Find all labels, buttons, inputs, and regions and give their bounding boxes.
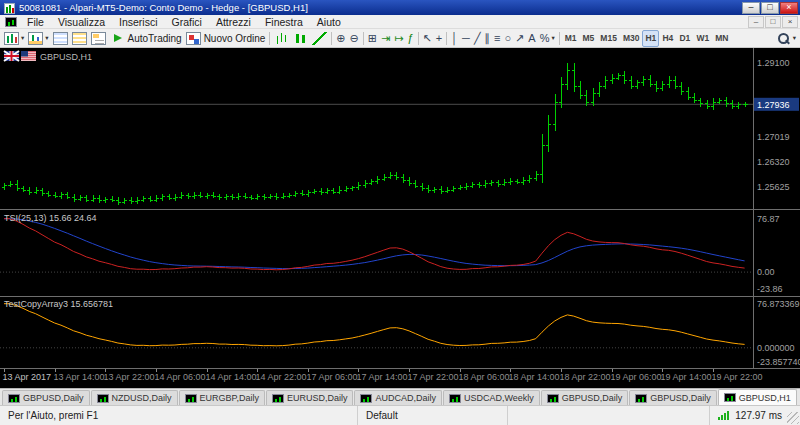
timeframe-h1-button[interactable]: H1: [642, 30, 659, 47]
candle-chart-icon: [293, 32, 308, 45]
chart-minimize-button[interactable]: –: [748, 16, 764, 28]
text-button[interactable]: A: [526, 30, 537, 47]
chart-restore-button[interactable]: □: [765, 16, 781, 28]
dropdown-caret-icon: ▾: [551, 34, 554, 42]
chart-tab-gbpusd-h1[interactable]: GBPUSD,H1: [718, 389, 797, 405]
autotrading-button[interactable]: AutoTrading: [108, 30, 184, 47]
tca-label: TestCopyArray3 15.656781: [4, 299, 113, 309]
fibonacci-button[interactable]: ≡: [492, 30, 502, 47]
menu-finestra[interactable]: Finestra: [258, 15, 310, 28]
chart-tab-icon: [272, 394, 284, 403]
chart-tab-icon: [8, 394, 20, 403]
child-window-controls: –□×: [747, 16, 798, 28]
horizontal-line-button[interactable]: ─: [460, 30, 472, 47]
timeframe-m30-button[interactable]: M30: [620, 30, 643, 47]
chart-shift-button[interactable]: ↦: [392, 30, 405, 47]
zoom-in-button[interactable]: ⊕: [334, 30, 347, 47]
chart-tab-gbpusd-daily[interactable]: GBPUSD,Daily: [2, 390, 90, 405]
chart-tab-gbpusd-daily[interactable]: GBPUSD,Daily: [629, 390, 717, 405]
chart-tab-label: GBPUSD,Daily: [562, 393, 623, 403]
tca-axis-label: -23.857740: [757, 357, 800, 367]
new-order-button[interactable]: Nuovo Ordine: [184, 30, 268, 47]
tile-windows-button[interactable]: ⊞: [366, 30, 379, 47]
crosshair-button[interactable]: +: [434, 30, 444, 47]
bar-chart-button[interactable]: [272, 30, 291, 47]
price-axis-label: 1.29100: [757, 58, 790, 68]
channel-button[interactable]: ∥: [483, 30, 493, 47]
maximize-button[interactable]: □: [761, 2, 779, 14]
menu-aiuto[interactable]: Aiuto: [310, 15, 348, 28]
new-order-button-label: Nuovo Ordine: [204, 33, 266, 44]
chart-svg[interactable]: GBPUSD,H1TSI(25,13) 15.66 24.64TestCopyA…: [0, 48, 800, 388]
timeframe-m1-button[interactable]: M1: [562, 30, 580, 47]
toolbar: ▾▾AutoTradingNuovo Ordine⊕⊖⊞⇥↦ƒ↖+│─╱∥≡○↗…: [0, 29, 800, 48]
timeframe-w1-button[interactable]: W1: [693, 30, 712, 47]
chart-tab-nzdusd-daily[interactable]: NZDUSD,Daily: [91, 390, 178, 405]
close-button[interactable]: ×: [780, 2, 798, 14]
menu-inserisci[interactable]: Inserisci: [112, 15, 165, 28]
symbol-search-button[interactable]: ▾: [774, 30, 798, 47]
resize-grip-icon[interactable]: [787, 412, 799, 424]
cursor-button[interactable]: ↖: [421, 30, 434, 47]
menu-visualizza[interactable]: Visualizza: [51, 15, 112, 28]
chart-close-button[interactable]: ×: [782, 16, 798, 28]
timeframe-d1-button[interactable]: D1: [676, 30, 693, 47]
zoom-out-button[interactable]: ⊖: [348, 30, 361, 47]
chart-tab-icon: [360, 394, 372, 403]
navigator-button[interactable]: [89, 30, 108, 47]
timeframe-mn-button[interactable]: MN: [712, 30, 731, 47]
shapes-button[interactable]: ○: [502, 30, 513, 47]
titlebar: 50081081 - Alpari-MT5-Demo: Conto Demo -…: [0, 0, 800, 15]
tile-windows-button-glyph: ⊞: [368, 33, 377, 44]
chart-region[interactable]: GBPUSD,H1TSI(25,13) 15.66 24.64TestCopyA…: [0, 48, 800, 388]
status-profile[interactable]: Default: [358, 406, 508, 425]
timeframe-m15-button[interactable]: M15: [597, 30, 620, 47]
price-axis-label: 1.25625: [757, 182, 790, 192]
chart-tab-icon: [635, 394, 647, 403]
timeframe-m5-button[interactable]: M5: [580, 30, 598, 47]
indicators-button-glyph: ƒ: [407, 33, 413, 44]
candle-chart-button[interactable]: [291, 30, 310, 47]
time-axis-label: 14 Apr 22:00: [256, 372, 307, 382]
objects-button[interactable]: %▾: [538, 30, 557, 47]
arrows-button[interactable]: ↗: [513, 30, 526, 47]
chart-tab-icon: [724, 393, 736, 402]
menu-attrezzi[interactable]: Attrezzi: [209, 15, 258, 28]
minimize-button[interactable]: –: [742, 2, 760, 14]
menu-grafici[interactable]: Grafici: [165, 15, 209, 28]
data-window-button[interactable]: [70, 30, 89, 47]
indicators-button[interactable]: ƒ: [405, 30, 415, 47]
tca-axis-label: 0.000000: [757, 343, 795, 353]
new-chart-button[interactable]: ▾: [2, 30, 26, 47]
profiles-button[interactable]: ▾: [26, 30, 50, 47]
chart-tab-gbpusd-daily[interactable]: GBPUSD,Daily: [541, 390, 629, 405]
mt5-window: 50081081 - Alpari-MT5-Demo: Conto Demo -…: [0, 0, 800, 425]
zoom-in-button-glyph: ⊕: [336, 33, 345, 44]
chart-symbol-label: GBPUSD,H1: [40, 52, 92, 62]
chart-tab-label: EURUSD,Daily: [287, 393, 348, 403]
text-button-glyph: A: [528, 33, 535, 44]
timeframe-h4-button[interactable]: H4: [659, 30, 676, 47]
trendline-button-glyph: ╱: [474, 33, 481, 44]
market-watch-button[interactable]: [51, 30, 70, 47]
candles-icon: [4, 32, 19, 45]
chart-tab-eurgbp-daily[interactable]: EURGBP,Daily: [179, 390, 265, 405]
chart-tab-eurusd-daily[interactable]: EURUSD,Daily: [266, 390, 354, 405]
vertical-line-button[interactable]: │: [449, 30, 460, 47]
chart-tab-audcad-daily[interactable]: AUDCAD,Daily: [354, 390, 442, 405]
chart-window-icon: [5, 17, 17, 27]
time-axis-label: 17 Apr 06:00: [307, 372, 358, 382]
us-flag-icon: [21, 51, 36, 61]
price-axis-label: 1.26320: [757, 157, 790, 167]
crosshair-button-glyph: +: [436, 33, 442, 44]
chart-tab-usdcad-weekly[interactable]: USDCAD,Weekly: [443, 390, 540, 405]
line-chart-button[interactable]: [310, 30, 329, 47]
tca-axis-label: 76.873369: [757, 299, 800, 309]
menu-file[interactable]: File: [20, 15, 51, 28]
trendline-button[interactable]: ╱: [472, 30, 483, 47]
objects-button-glyph: %: [540, 33, 550, 44]
bar-chart-icon: [274, 32, 289, 45]
tsi-axis-label: 0.00: [757, 267, 775, 277]
toolbar-separator: [363, 32, 364, 45]
auto-scroll-button[interactable]: ⇥: [379, 30, 392, 47]
